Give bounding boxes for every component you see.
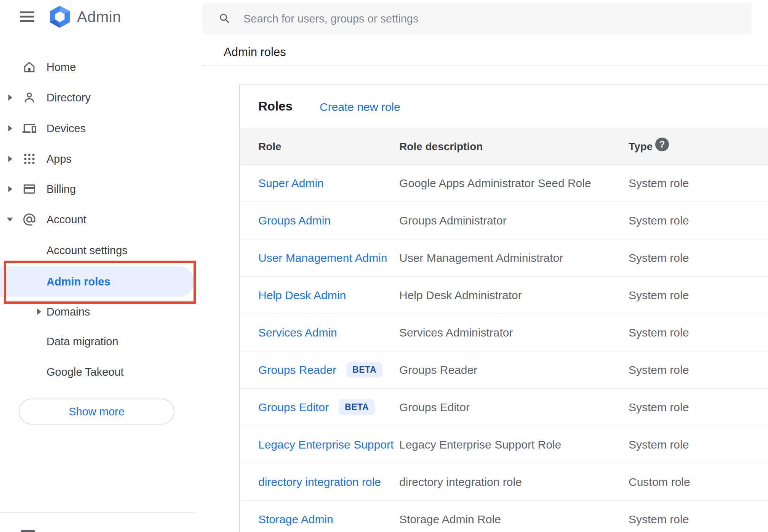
billing-card-icon bbox=[22, 182, 37, 196]
sidebar-item-directory[interactable]: Directory bbox=[0, 82, 202, 113]
breadcrumb: Admin roles bbox=[224, 45, 286, 59]
role-type: System role bbox=[629, 401, 689, 414]
sidebar-item-data-migration[interactable]: Data migration bbox=[0, 326, 202, 357]
role-link[interactable]: Help Desk Admin bbox=[258, 289, 346, 302]
card-title: Roles bbox=[258, 99, 293, 114]
role-description: Legacy Enterprise Support Role bbox=[399, 438, 561, 451]
table-row: Super Admin Google Apps Administrator Se… bbox=[240, 165, 768, 202]
role-link[interactable]: directory integration role bbox=[258, 476, 381, 489]
collapse-arrow-icon[interactable] bbox=[7, 218, 13, 221]
at-sign-icon bbox=[22, 212, 37, 227]
role-link[interactable]: Services Admin bbox=[258, 326, 337, 339]
admin-hexagon-logo-icon bbox=[49, 5, 71, 28]
beta-badge: BETA bbox=[346, 362, 382, 378]
sidebar-item-devices[interactable]: Devices bbox=[0, 113, 202, 144]
admin-logo[interactable]: Admin bbox=[49, 5, 121, 28]
role-link[interactable]: Storage Admin bbox=[258, 513, 333, 526]
sidebar-item-billing[interactable]: Billing bbox=[0, 174, 202, 204]
column-header-type: Type bbox=[629, 141, 653, 153]
sidebar-item-google-takeout[interactable]: Google Takeout bbox=[0, 357, 202, 387]
app-title: Admin bbox=[77, 8, 121, 26]
table-row: Services Admin Services Administrator Sy… bbox=[240, 314, 768, 351]
role-type: System role bbox=[629, 252, 689, 264]
table-row: directory integration role directory int… bbox=[240, 463, 768, 501]
role-type: Custom role bbox=[629, 476, 690, 489]
help-icon[interactable]: ? bbox=[655, 138, 669, 151]
beta-badge: BETA bbox=[339, 399, 375, 415]
role-description: Groups Reader bbox=[399, 364, 477, 377]
expand-arrow-icon[interactable] bbox=[8, 156, 12, 162]
sidebar-item-apps[interactable]: Apps bbox=[0, 144, 202, 174]
partial-footer-icon bbox=[21, 530, 35, 532]
home-icon bbox=[22, 60, 37, 74]
role-link[interactable]: Groups Admin bbox=[258, 214, 331, 227]
role-type: System role bbox=[629, 289, 689, 302]
role-link[interactable]: Super Admin bbox=[258, 177, 324, 190]
table-row: User Management Admin User Management Ad… bbox=[240, 239, 768, 277]
role-description: Storage Admin Role bbox=[399, 513, 501, 526]
expand-arrow-icon[interactable] bbox=[8, 125, 12, 131]
devices-icon bbox=[22, 121, 37, 136]
table-row: Legacy Enterprise Support Legacy Enterpr… bbox=[240, 426, 768, 463]
expand-arrow-icon[interactable] bbox=[8, 95, 12, 101]
show-more-button[interactable]: Show more bbox=[19, 399, 174, 425]
expand-arrow-icon[interactable] bbox=[8, 186, 12, 192]
role-description: Groups Editor bbox=[399, 401, 470, 414]
role-type: System role bbox=[629, 326, 689, 339]
role-description: User Management Administrator bbox=[399, 252, 563, 264]
search-bar[interactable] bbox=[202, 3, 752, 34]
google-admin-console: Admin Admin roles Home Directory Devices bbox=[0, 0, 768, 532]
apps-grid-icon bbox=[22, 152, 37, 166]
role-type: System role bbox=[629, 214, 689, 227]
role-description: directory integration role bbox=[399, 476, 522, 489]
role-type: System role bbox=[629, 364, 689, 377]
search-icon bbox=[218, 12, 231, 25]
column-header-role: Role bbox=[258, 141, 282, 153]
table-row: Groups Reader BETA Groups Reader System … bbox=[240, 351, 768, 389]
role-description: Services Administrator bbox=[399, 326, 513, 339]
header-divider bbox=[202, 66, 768, 66]
role-type: System role bbox=[629, 177, 689, 190]
role-link[interactable]: Groups Reader bbox=[258, 364, 336, 377]
role-link[interactable]: Legacy Enterprise Support bbox=[258, 438, 394, 451]
role-description: Groups Administrator bbox=[399, 214, 507, 227]
table-row: Storage Admin Storage Admin Role System … bbox=[240, 501, 768, 532]
expand-arrow-icon[interactable] bbox=[37, 309, 41, 315]
table-row: Groups Editor BETA Groups Editor System … bbox=[240, 389, 768, 426]
roles-card: Roles Create new role Role Role descript… bbox=[239, 85, 768, 532]
sidebar-item-domains[interactable]: Domains bbox=[0, 296, 202, 327]
create-new-role-link[interactable]: Create new role bbox=[320, 101, 400, 114]
search-input[interactable] bbox=[243, 13, 701, 25]
role-description: Help Desk Administrator bbox=[399, 289, 522, 302]
table-header-row: Role Role description Type ? bbox=[240, 128, 768, 165]
hamburger-menu-icon[interactable] bbox=[20, 11, 34, 22]
role-link[interactable]: Groups Editor bbox=[258, 401, 329, 414]
role-type: System role bbox=[629, 513, 689, 526]
column-header-description: Role description bbox=[399, 141, 483, 153]
person-icon bbox=[22, 90, 37, 105]
role-description: Google Apps Administrator Seed Role bbox=[399, 177, 591, 190]
sidebar-footer-divider bbox=[0, 512, 195, 513]
role-type: System role bbox=[629, 438, 689, 451]
table-row: Help Desk Admin Help Desk Administrator … bbox=[240, 277, 768, 314]
sidebar-item-account[interactable]: Account bbox=[0, 204, 202, 235]
table-row: Groups Admin Groups Administrator System… bbox=[240, 202, 768, 239]
roles-card-header: Roles Create new role bbox=[240, 85, 768, 128]
sidebar-item-home[interactable]: Home bbox=[0, 52, 202, 82]
role-link[interactable]: User Management Admin bbox=[258, 252, 387, 264]
